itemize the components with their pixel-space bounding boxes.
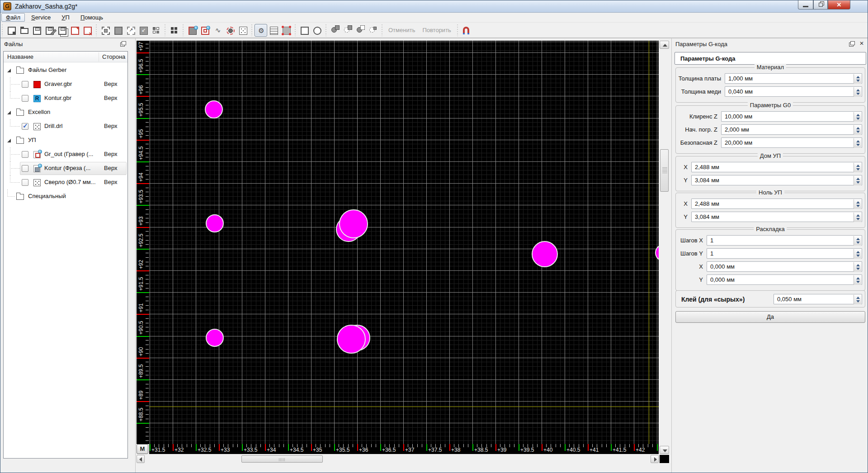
spinner-buttons[interactable] — [854, 213, 861, 222]
vertical-scroll-thumb[interactable] — [660, 149, 669, 192]
tree-file-row[interactable]: RKontur.gbrВерх — [4, 91, 127, 105]
ok-button[interactable]: Да — [675, 311, 865, 323]
spinner-buttons[interactable] — [854, 74, 861, 84]
engrave-spiral-button[interactable] — [198, 24, 211, 37]
scroll-up-button[interactable] — [660, 41, 669, 49]
field-input[interactable]: 2,488 мм — [691, 162, 862, 172]
fill-frame-button[interactable] — [112, 24, 124, 37]
zoom-region-button[interactable] — [124, 24, 137, 37]
tiles-button[interactable] — [150, 24, 162, 37]
spinner-buttons[interactable] — [854, 125, 861, 135]
drill-rings-button[interactable] — [224, 24, 236, 37]
column-side[interactable]: Сторона — [102, 53, 125, 60]
spinner-buttons[interactable] — [854, 295, 861, 304]
close-file-red-button[interactable] — [81, 24, 94, 37]
save-copy-button[interactable] — [56, 24, 68, 37]
field-input[interactable]: 0,000 мм — [707, 261, 862, 272]
ellipse-tool-button[interactable] — [311, 24, 323, 37]
file-checkbox[interactable] — [22, 81, 28, 88]
ruler-units-button[interactable]: M — [137, 444, 148, 454]
column-name[interactable]: Название — [7, 53, 33, 60]
field-input[interactable]: 20,000 мм — [721, 137, 862, 148]
spinner-buttons[interactable] — [854, 275, 861, 285]
spinner-buttons[interactable] — [854, 249, 861, 259]
save-button[interactable] — [30, 24, 43, 37]
rect-tool-button[interactable] — [298, 24, 311, 37]
scroll-right-button[interactable] — [651, 455, 659, 463]
file-checkbox[interactable] — [22, 151, 28, 158]
tree-folder-row[interactable]: Файлы Gerber — [4, 63, 127, 77]
restore-button[interactable] — [813, 0, 828, 9]
field-input[interactable]: 1,000 мм — [725, 73, 862, 84]
save-as-button[interactable] — [43, 24, 56, 37]
field-input[interactable]: 2,488 мм — [691, 199, 862, 209]
files-panel-float-icon[interactable] — [122, 41, 126, 45]
field-input[interactable]: 0,040 мм — [725, 86, 862, 97]
expand-arrow-icon[interactable] — [7, 139, 11, 142]
snap-magnet-button[interactable] — [460, 24, 473, 37]
tree-file-row[interactable]: Kontur (Фреза (...Верх — [4, 161, 127, 175]
properties-button[interactable] — [267, 24, 280, 37]
spinner-buttons[interactable] — [854, 112, 861, 122]
tree-folder-row[interactable]: Специальный — [4, 189, 127, 203]
tree-file-row[interactable]: Сверло (Ø0.7 мм...Верх — [4, 175, 127, 189]
redo-button[interactable]: Повторить — [419, 24, 454, 37]
menu-файл[interactable]: Файл — [1, 13, 25, 22]
tree-file-row[interactable]: Graver.gbrВерх — [4, 77, 127, 91]
layer-add-button[interactable] — [186, 24, 198, 37]
tree-folder-row[interactable]: УП — [4, 133, 127, 147]
file-checkbox[interactable] — [22, 95, 28, 102]
minimize-button[interactable] — [798, 0, 813, 9]
column-separator[interactable] — [99, 52, 99, 61]
path-curve-button[interactable]: ∿ — [211, 24, 224, 37]
horizontal-scroll-thumb[interactable] — [241, 455, 323, 463]
bool-intersect-button[interactable] — [354, 24, 367, 37]
bool-union-button[interactable] — [329, 24, 341, 37]
tree-file-row[interactable]: Gr_out (Гравер (...Верх — [4, 147, 127, 161]
files-tree-header[interactable]: Название Сторона — [4, 52, 127, 62]
drill-holes-button[interactable] — [236, 24, 249, 37]
field-input[interactable]: 10,000 мм — [721, 111, 862, 122]
spinner-buttons[interactable] — [854, 236, 861, 246]
reload-red-button[interactable] — [68, 24, 81, 37]
scroll-left-button[interactable] — [137, 455, 145, 463]
menu-уп[interactable]: УП — [57, 13, 74, 22]
expand-arrow-icon[interactable] — [7, 111, 11, 114]
spinner-buttons[interactable] — [854, 199, 861, 209]
file-checkbox[interactable] — [22, 165, 28, 172]
menu-помощь[interactable]: Помощь — [76, 13, 108, 22]
tree-file-row[interactable]: ✓Drill.drlВерх — [4, 119, 127, 133]
transform-button[interactable] — [280, 24, 292, 37]
select-frame-button[interactable] — [99, 24, 112, 37]
scroll-down-button[interactable] — [660, 446, 669, 454]
gcode-panel-float-icon[interactable] — [850, 41, 855, 45]
field-input[interactable]: 3,084 мм — [691, 212, 862, 222]
open-file-button[interactable] — [18, 24, 30, 37]
spinner-buttons[interactable] — [854, 176, 861, 185]
spinner-buttons[interactable] — [854, 87, 861, 97]
file-checkbox[interactable]: ✓ — [22, 123, 28, 130]
spinner-buttons[interactable] — [854, 262, 861, 272]
glue-input[interactable]: 0,050 мм — [774, 294, 862, 304]
bool-xor-button[interactable] — [367, 24, 379, 37]
horizontal-scrollbar[interactable] — [137, 455, 659, 463]
field-input[interactable]: 3,084 мм — [691, 175, 862, 185]
field-input[interactable]: 1 — [707, 235, 862, 246]
zoom-window-button[interactable] — [137, 24, 150, 37]
close-button[interactable]: ✕ — [828, 0, 850, 9]
tiles-outline-button[interactable] — [168, 24, 180, 37]
gcode-run-button[interactable]: ⚙ — [255, 24, 267, 37]
field-input[interactable]: 1 — [707, 248, 862, 259]
file-checkbox[interactable] — [22, 179, 28, 186]
field-input[interactable]: 2,000 мм — [721, 124, 862, 135]
title-bar[interactable]: G Zakharov_Sasha.g2g* ✕ — [0, 0, 868, 13]
tree-folder-row[interactable]: Excellon — [4, 105, 127, 119]
gcode-panel-close-icon[interactable]: ✕ — [859, 40, 865, 47]
undo-button[interactable]: Отменить — [385, 24, 419, 37]
field-input[interactable]: 0,000 мм — [707, 274, 862, 285]
new-file-button[interactable] — [5, 24, 18, 37]
bool-subtract-button[interactable] — [341, 24, 354, 37]
vertical-scrollbar[interactable] — [660, 41, 669, 454]
spinner-buttons[interactable] — [854, 138, 861, 148]
menu-service[interactable]: Service — [27, 13, 55, 22]
